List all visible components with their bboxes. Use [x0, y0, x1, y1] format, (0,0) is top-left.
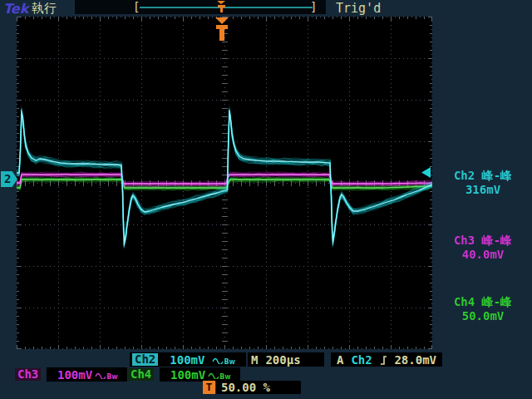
trigger-source-readout: Ch2	[351, 353, 372, 367]
measurement-value: 50.0mV	[434, 309, 532, 323]
measurement-value: 316mV	[434, 183, 532, 197]
bandwidth-limit-icon: Bw	[224, 358, 235, 366]
ch2-channel-badge: Ch2	[132, 353, 158, 366]
timebase-value: 200µs	[265, 353, 300, 367]
measurement-title: Ch3 峰-峰	[434, 234, 532, 248]
rising-edge-icon	[380, 354, 387, 366]
measurement-ch4-peak-to-peak: Ch4 峰-峰 50.0mV	[434, 295, 532, 323]
trigger-readout-bar: A Ch2 28.0mV	[331, 352, 442, 367]
oscilloscope-screen: Tek 執行 [ ] Trig'd 2 Ch2 峰-峰 316mV Ch3 峰-…	[0, 0, 532, 399]
ch2-scale-readout: 100mV	[170, 353, 204, 367]
graticule	[17, 17, 432, 349]
horizontal-position-icon: T	[203, 381, 215, 394]
ac-coupling-icon	[95, 370, 106, 379]
horizontal-position-bar: 50.00 %	[216, 381, 301, 394]
ch3-channel-badge: Ch3	[15, 368, 41, 381]
ch2-readout-bar: Ch2 100mV Bw	[130, 352, 246, 367]
measurement-value: 40.0mV	[434, 248, 532, 262]
channel2-ground-marker: 2	[1, 171, 17, 187]
trigger-mode-readout: A	[337, 353, 343, 367]
waveform-canvas	[17, 17, 432, 349]
bandwidth-limit-icon: Bw	[219, 373, 231, 381]
trigger-level-readout: 28.0mV	[394, 353, 436, 367]
record-view-right-bracket: ]	[310, 0, 317, 13]
ch3-readout-bar: 100mV Bw	[47, 367, 127, 382]
trigger-status: Trig'd	[336, 1, 381, 16]
ch4-scale-readout: 100mV	[170, 368, 205, 382]
timebase-label: M	[251, 353, 258, 367]
measurement-ch2-peak-to-peak: Ch2 峰-峰 316mV	[434, 169, 532, 197]
acquisition-status: 執行	[32, 1, 57, 17]
measurement-title: Ch4 峰-峰	[434, 295, 532, 309]
brand-logo: Tek	[3, 1, 28, 17]
measurement-title: Ch2 峰-峰	[434, 169, 532, 183]
ch4-readout-bar: 100mV Bw	[160, 367, 240, 382]
ac-coupling-icon	[212, 355, 223, 364]
bandwidth-limit-icon: Bw	[106, 373, 118, 381]
trigger-position-mini-icon	[216, 1, 227, 13]
horizontal-position-value: 50.00 %	[221, 381, 270, 394]
ac-coupling-icon	[208, 370, 219, 379]
trigger-position-marker-icon	[213, 17, 231, 42]
timebase-readout-bar: M 200µs	[248, 352, 324, 367]
ch4-channel-badge: Ch4	[128, 368, 154, 381]
ch3-scale-readout: 100mV	[57, 368, 92, 382]
measurement-ch3-peak-to-peak: Ch3 峰-峰 40.0mV	[434, 234, 532, 262]
